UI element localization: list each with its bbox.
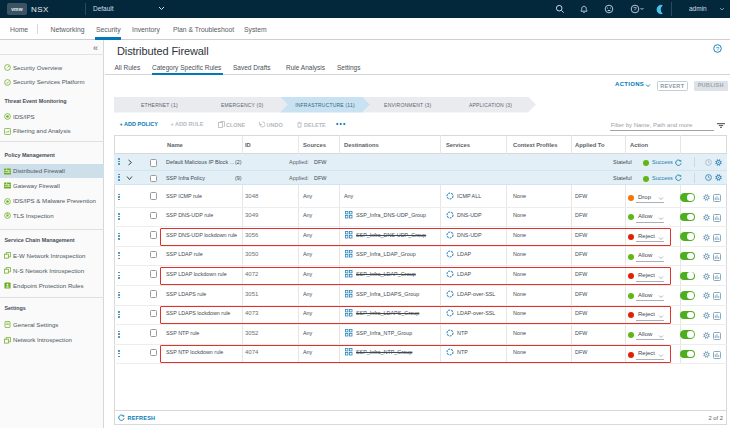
svg-text:?: ? [633, 6, 637, 12]
svg-text:?: ? [716, 46, 719, 52]
